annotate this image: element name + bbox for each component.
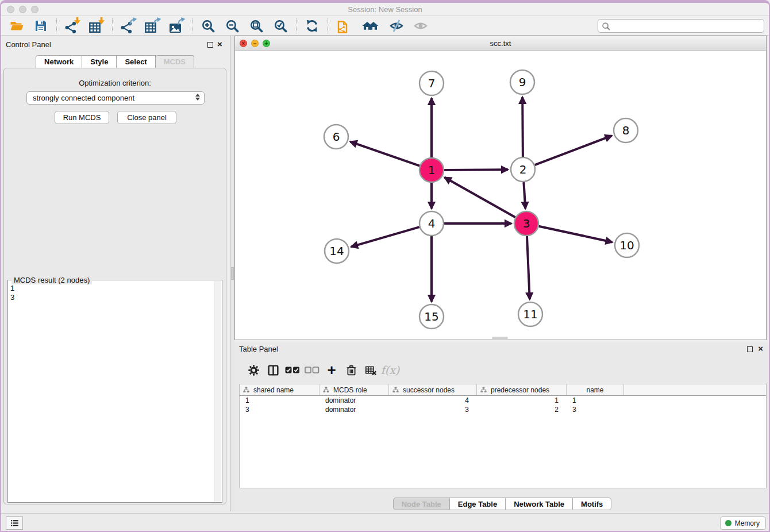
optimization-criterion-select[interactable]: strongly connected component (26, 91, 205, 105)
close-panel-button[interactable]: Close panel (117, 111, 176, 124)
graph-edge-3-10[interactable] (539, 226, 613, 242)
scrollbar-track[interactable] (214, 281, 221, 502)
neighborhood-button[interactable] (359, 18, 381, 34)
graph-node-1[interactable]: 1 (419, 158, 444, 182)
tab-select[interactable]: Select (117, 55, 155, 68)
function-builder-button[interactable]: f(x) (380, 361, 400, 379)
table-cell[interactable]: 1 (240, 396, 319, 404)
select-all-button[interactable] (283, 361, 302, 379)
table-cell[interactable]: 3 (240, 406, 319, 414)
float-panel-icon[interactable] (747, 346, 753, 352)
graph-node-2[interactable]: 2 (511, 157, 535, 182)
graph-edge-2-3[interactable] (523, 182, 525, 209)
tab-edge-table[interactable]: Edge Table (450, 498, 506, 510)
table-cell[interactable]: 1 (567, 396, 624, 404)
vertical-splitter[interactable] (230, 36, 234, 511)
graph-edge-3-11[interactable] (527, 236, 530, 299)
table-cell[interactable]: 4 (389, 396, 477, 404)
horizontal-splitter-grip[interactable] (492, 337, 508, 339)
column-header-successor-nodes[interactable]: successor nodes (389, 384, 477, 395)
zoom-in-button[interactable] (199, 18, 217, 34)
export-image-button[interactable] (168, 18, 185, 34)
task-history-button[interactable] (6, 516, 23, 530)
import-network-button[interactable] (64, 18, 81, 34)
graph-edge-2-8[interactable] (535, 136, 612, 165)
close-panel-icon[interactable]: × (217, 39, 222, 49)
network-graph[interactable]: 1234678910111415 (235, 51, 766, 340)
refresh-layout-button[interactable] (303, 18, 321, 34)
table-row[interactable]: 1dominator411 (240, 396, 766, 405)
column-header-shared-name[interactable]: shared name (240, 384, 319, 395)
export-network-button[interactable] (120, 18, 137, 34)
export-arrow-icon (153, 17, 161, 25)
optimization-criterion-label: Optimization criterion: (4, 79, 226, 87)
birdseye-view-button[interactable] (412, 18, 429, 34)
table-cell[interactable]: dominator (319, 396, 389, 404)
save-session-button[interactable] (32, 18, 49, 34)
close-panel-icon[interactable]: × (758, 344, 763, 354)
home-icon (368, 21, 379, 31)
table-cell[interactable]: dominator (319, 406, 389, 414)
graph-edge-1-2[interactable] (444, 169, 508, 170)
toolbar-separator (296, 18, 297, 33)
run-mcds-button[interactable]: Run MCDS (55, 111, 109, 124)
toolbar-separator (192, 18, 192, 33)
tab-node-table[interactable]: Node Table (393, 498, 450, 510)
export-table-button[interactable] (144, 18, 161, 34)
tab-motifs[interactable]: Motifs (573, 498, 611, 510)
graph-node-7[interactable]: 7 (419, 71, 444, 95)
columns-icon (267, 364, 279, 376)
graph-node-10[interactable]: 10 (615, 233, 639, 257)
import-table-button[interactable] (88, 18, 105, 34)
table-row[interactable]: 3dominator323 (240, 405, 766, 414)
column-header-name[interactable]: name (567, 384, 624, 395)
graph-node-4[interactable]: 4 (419, 211, 444, 236)
unchecked-boxes-icon (305, 366, 319, 374)
graph-edge-2-9[interactable] (522, 97, 523, 157)
graph-node-3[interactable]: 3 (514, 211, 538, 236)
delete-column-button[interactable] (341, 361, 361, 379)
graph-node-6[interactable]: 6 (324, 125, 348, 149)
zoom-fit-button[interactable] (248, 18, 265, 34)
table-cell[interactable]: 1 (477, 396, 567, 404)
memory-button[interactable]: Memory (720, 516, 766, 530)
clone-network-button[interactable] (335, 18, 352, 34)
splitter-grip[interactable] (231, 267, 234, 280)
graph-node-11[interactable]: 11 (518, 302, 542, 326)
deselect-all-button[interactable] (302, 361, 322, 379)
tab-mcds[interactable]: MCDS (156, 55, 194, 68)
tab-style[interactable]: Style (82, 55, 117, 68)
table-cell[interactable]: 3 (567, 406, 624, 414)
graph-edge-3-1[interactable] (445, 178, 515, 217)
table-cell[interactable]: 3 (389, 406, 477, 414)
zoom-selected-button[interactable] (272, 18, 289, 34)
graph-node-8[interactable]: 8 (614, 118, 638, 142)
network-window-titlebar[interactable]: × − + scc.txt (235, 36, 766, 51)
tab-network[interactable]: Network (36, 55, 82, 68)
column-header-MCDS-role[interactable]: MCDS role (319, 384, 389, 395)
table-settings-button[interactable] (244, 361, 263, 379)
graphics-details-button[interactable] (388, 18, 405, 34)
node-table: shared nameMCDS rolesuccessor nodesprede… (239, 384, 767, 488)
zoom-fit-icon (249, 19, 263, 33)
graph-node-9[interactable]: 9 (510, 70, 534, 94)
open-folder-icon (10, 19, 24, 33)
graph-node-15[interactable]: 15 (419, 304, 444, 329)
column-header-predecessor-nodes[interactable]: predecessor nodes (477, 384, 567, 395)
add-column-button[interactable]: + (322, 361, 341, 379)
mcds-panel: Optimization criterion: strongly connect… (3, 68, 226, 504)
open-session-button[interactable] (8, 18, 25, 34)
show-columns-button[interactable] (263, 361, 283, 379)
zoom-out-button[interactable] (224, 18, 241, 34)
graph-edge-4-14[interactable] (351, 227, 419, 247)
search-field[interactable] (598, 19, 764, 33)
delete-table-button[interactable] (361, 361, 380, 379)
network-canvas[interactable]: 1234678910111415 (235, 51, 766, 340)
tab-network-table[interactable]: Network Table (506, 498, 573, 510)
graph-edge-1-6[interactable] (351, 142, 420, 166)
table-cell[interactable]: 2 (477, 406, 567, 414)
graph-node-14[interactable]: 14 (325, 239, 349, 263)
float-panel-icon[interactable] (207, 42, 213, 48)
search-input[interactable] (610, 21, 764, 31)
plus-icon: + (327, 363, 336, 377)
